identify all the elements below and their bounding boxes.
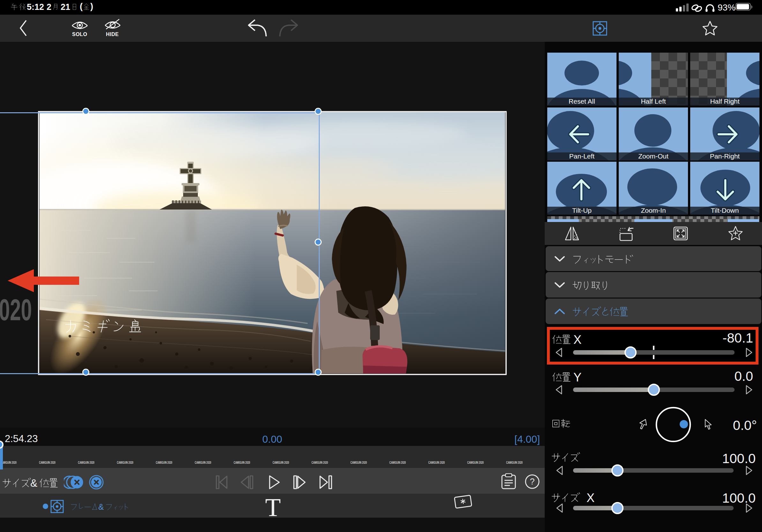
svg-text:?: ? — [530, 477, 534, 486]
